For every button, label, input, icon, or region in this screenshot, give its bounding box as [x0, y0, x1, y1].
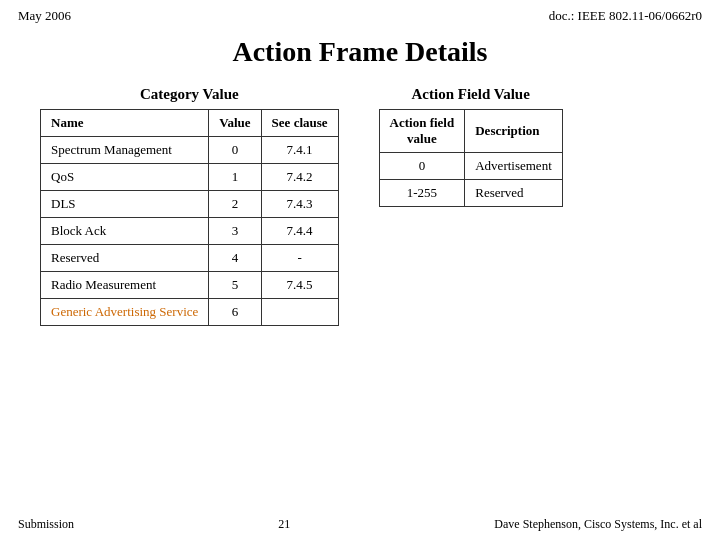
category-clause: - — [261, 245, 338, 272]
category-value: 0 — [209, 137, 261, 164]
category-name: QoS — [41, 164, 209, 191]
table-row: Reserved4- — [41, 245, 339, 272]
header-right: doc.: IEEE 802.11-06/0662r0 — [549, 8, 702, 24]
category-value: 4 — [209, 245, 261, 272]
footer-center: 21 — [278, 517, 290, 532]
category-name: Radio Measurement — [41, 272, 209, 299]
action-section: Action Field Value Action fieldvalue Des… — [379, 86, 563, 207]
action-col-value: Action fieldvalue — [379, 110, 465, 153]
category-clause: 7.4.1 — [261, 137, 338, 164]
category-value: 1 — [209, 164, 261, 191]
page-title: Action Frame Details — [0, 36, 720, 68]
category-name: Reserved — [41, 245, 209, 272]
table-row: 0Advertisement — [379, 153, 562, 180]
category-name: Block Ack — [41, 218, 209, 245]
category-clause: 7.4.4 — [261, 218, 338, 245]
category-clause: 7.4.3 — [261, 191, 338, 218]
category-section: Category Value Name Value See clause Spe… — [40, 86, 339, 326]
footer-right: Dave Stephenson, Cisco Systems, Inc. et … — [494, 517, 702, 532]
action-section-title: Action Field Value — [379, 86, 563, 103]
category-value: 2 — [209, 191, 261, 218]
action-table: Action fieldvalue Description 0Advertise… — [379, 109, 563, 207]
table-row: Spectrum Management07.4.1 — [41, 137, 339, 164]
action-description: Reserved — [465, 180, 563, 207]
table-row: QoS17.4.2 — [41, 164, 339, 191]
table-row: Generic Advertising Service6 — [41, 299, 339, 326]
category-clause — [261, 299, 338, 326]
action-value: 1-255 — [379, 180, 465, 207]
table-row: Block Ack37.4.4 — [41, 218, 339, 245]
header-left: May 2006 — [18, 8, 71, 24]
category-value: 3 — [209, 218, 261, 245]
footer-left: Submission — [18, 517, 74, 532]
category-name: Generic Advertising Service — [41, 299, 209, 326]
table-row: Radio Measurement57.4.5 — [41, 272, 339, 299]
category-section-title: Category Value — [40, 86, 339, 103]
category-name: Spectrum Management — [41, 137, 209, 164]
footer: Submission 21 Dave Stephenson, Cisco Sys… — [0, 517, 720, 532]
category-value: 6 — [209, 299, 261, 326]
category-table: Name Value See clause Spectrum Managemen… — [40, 109, 339, 326]
category-clause: 7.4.2 — [261, 164, 338, 191]
col-see-clause: See clause — [261, 110, 338, 137]
category-value: 5 — [209, 272, 261, 299]
category-clause: 7.4.5 — [261, 272, 338, 299]
category-name: DLS — [41, 191, 209, 218]
action-col-desc: Description — [465, 110, 563, 153]
action-description: Advertisement — [465, 153, 563, 180]
action-value: 0 — [379, 153, 465, 180]
table-row: DLS27.4.3 — [41, 191, 339, 218]
col-name: Name — [41, 110, 209, 137]
table-row: 1-255Reserved — [379, 180, 562, 207]
col-value: Value — [209, 110, 261, 137]
